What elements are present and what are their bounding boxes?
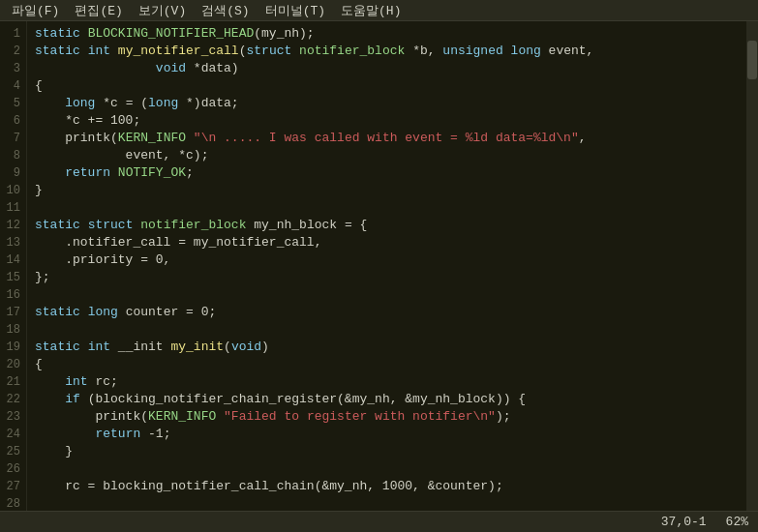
zoom-level: 62% xyxy=(726,515,748,529)
menu-help[interactable]: 도움말(H) xyxy=(333,2,409,19)
code-area[interactable]: static BLOCKING_NOTIFIER_HEAD(my_nh); st… xyxy=(27,21,746,511)
menu-search[interactable]: 검색(S) xyxy=(194,2,257,19)
menu-terminal[interactable]: 터미널(T) xyxy=(258,2,333,19)
menu-edit[interactable]: 편집(E) xyxy=(67,2,130,19)
scrollbar-thumb[interactable] xyxy=(747,41,757,79)
line-numbers: 1234567891011121314151617181920212223242… xyxy=(0,21,27,511)
cursor-position: 37,0-1 xyxy=(661,515,707,529)
menubar: 파일(F) 편집(E) 보기(V) 검색(S) 터미널(T) 도움말(H) xyxy=(0,0,758,21)
scrollbar[interactable] xyxy=(746,21,758,511)
editor-container: 1234567891011121314151617181920212223242… xyxy=(0,21,758,511)
statusbar: 37,0-1 62% xyxy=(0,511,758,532)
menu-file[interactable]: 파일(F) xyxy=(4,2,67,19)
menu-view[interactable]: 보기(V) xyxy=(131,2,194,19)
